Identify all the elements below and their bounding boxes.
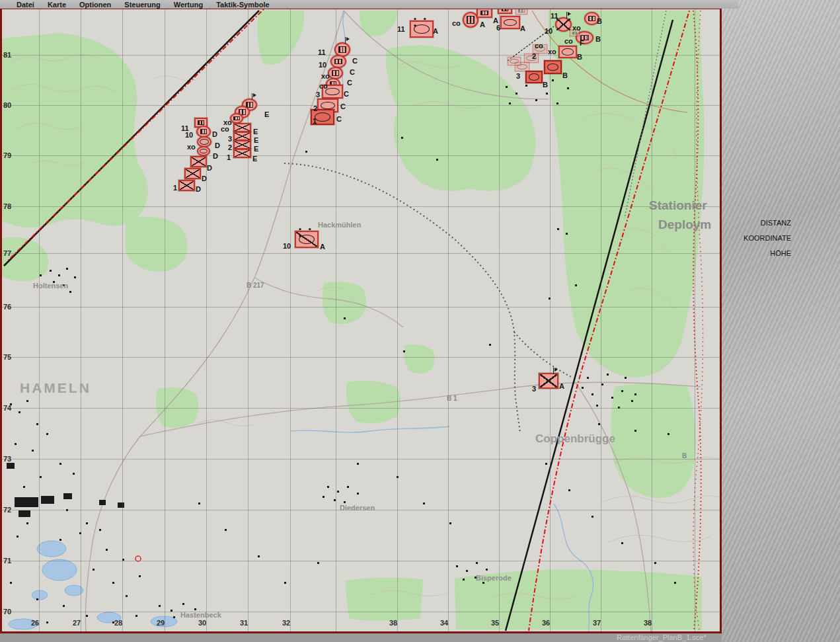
grid-line-vertical bbox=[601, 9, 601, 631]
unit-label: xo bbox=[321, 72, 330, 80]
grid-line-horizontal bbox=[2, 155, 720, 156]
map-text-label: Bisperode bbox=[476, 574, 512, 582]
unit-label: D bbox=[215, 141, 220, 149]
unit-label: E bbox=[253, 128, 258, 136]
unit-x-glyph bbox=[180, 181, 194, 190]
grid-line-horizontal bbox=[2, 253, 720, 254]
unit-symbol[interactable] bbox=[539, 373, 558, 389]
grid-col-label: 37 bbox=[593, 619, 601, 627]
menu-taktiksymbole[interactable]: Taktik-Symbole bbox=[216, 1, 270, 9]
grid-col-label: 36 bbox=[542, 619, 550, 627]
unit-label: C bbox=[336, 115, 342, 123]
unit-label: B bbox=[597, 17, 602, 25]
unit-symbol[interactable] bbox=[544, 60, 562, 74]
grid-row-label: 71 bbox=[3, 557, 11, 565]
unit-oval-glyph bbox=[315, 112, 330, 122]
unit-label: D bbox=[196, 185, 201, 193]
unit-grid-glyph bbox=[338, 46, 346, 53]
distanz-label: DISTANZ bbox=[761, 219, 791, 227]
grid-line-vertical bbox=[652, 9, 652, 631]
grid-col-label: 35 bbox=[491, 619, 499, 627]
grid-col-label: 28 bbox=[114, 619, 122, 627]
grid-row-label: 79 bbox=[3, 151, 11, 159]
unit-grid-glyph bbox=[518, 9, 525, 13]
grid-row-label: 80 bbox=[3, 101, 11, 109]
grid-col-label: 38 bbox=[389, 619, 397, 627]
menu-optionen[interactable]: Optionen bbox=[79, 1, 111, 9]
grid-line-horizontal bbox=[2, 206, 720, 207]
unit-label: xo bbox=[187, 143, 196, 151]
control-sidebar: Test Partei BLAU Partei ROT Kartentyp Ge… bbox=[722, 0, 840, 642]
unit-x-glyph bbox=[540, 374, 557, 387]
unit-label: 1 bbox=[227, 153, 231, 161]
grid-line-horizontal bbox=[2, 105, 720, 106]
unit-label: C bbox=[347, 79, 352, 87]
unit-label: 10 bbox=[545, 27, 553, 35]
unit-symbol[interactable] bbox=[233, 149, 251, 158]
unit-label: A bbox=[480, 20, 485, 28]
status-bar: Rattenfänger_PlanB_1.sce* bbox=[0, 633, 722, 642]
grid-line-vertical bbox=[81, 9, 81, 631]
unit-flag-icon bbox=[252, 93, 258, 100]
unit-symbol[interactable]: • • • bbox=[410, 20, 434, 38]
grid-row-label: 77 bbox=[3, 249, 11, 257]
unit-flag-icon bbox=[553, 368, 559, 374]
unit-label: F bbox=[580, 39, 584, 47]
unit-oval-glyph bbox=[200, 139, 209, 145]
unit-label: 2 bbox=[532, 52, 536, 60]
unit-symbol[interactable] bbox=[558, 46, 577, 58]
grid-row-label: 76 bbox=[3, 303, 11, 311]
unit-symbol[interactable] bbox=[230, 113, 243, 124]
unit-symbol[interactable] bbox=[233, 132, 251, 141]
terrain-graphics bbox=[0, 7, 722, 633]
unit-symbol[interactable] bbox=[500, 16, 520, 29]
menu-wertung[interactable]: Wertung bbox=[174, 1, 203, 9]
unit-grid-glyph bbox=[588, 16, 595, 22]
grid-line-horizontal bbox=[2, 459, 720, 460]
unit-label: co bbox=[221, 125, 229, 133]
unit-symbol[interactable] bbox=[328, 67, 343, 79]
unit-grid-glyph bbox=[467, 16, 475, 23]
map-text-label: HAMELN bbox=[20, 380, 91, 396]
menu-datei[interactable]: Datei bbox=[17, 1, 34, 9]
unit-label: 3 bbox=[228, 135, 232, 143]
grid-line-vertical bbox=[550, 9, 551, 631]
unit-label: C bbox=[340, 102, 346, 110]
unit-flag-icon bbox=[566, 12, 572, 19]
unit-x-glyph bbox=[235, 141, 250, 148]
grid-line-vertical bbox=[165, 9, 165, 631]
unit-symbol[interactable] bbox=[233, 140, 251, 149]
unit-oval-glyph bbox=[562, 48, 574, 55]
unit-company-dots: • • • bbox=[413, 16, 432, 29]
unit-symbol[interactable] bbox=[233, 123, 251, 132]
unit-grid-glyph bbox=[200, 129, 208, 134]
unit-label: A bbox=[320, 243, 325, 251]
unit-grid-glyph bbox=[572, 32, 578, 35]
unit-label: E bbox=[254, 136, 258, 144]
grid-col-label: 26 bbox=[31, 619, 39, 627]
grid-col-label: 29 bbox=[157, 619, 165, 627]
unit-symbol[interactable] bbox=[190, 156, 207, 167]
menu-steuerung[interactable]: Steuerung bbox=[124, 1, 160, 9]
unit-symbol[interactable] bbox=[477, 8, 492, 18]
map-text-label: Coppenbrügge bbox=[535, 432, 615, 446]
grid-line-horizontal bbox=[2, 307, 720, 307]
menu-bar: DateiKarteOptionenSteuerungWertungTaktik… bbox=[0, 0, 738, 9]
menu-karte[interactable]: Karte bbox=[48, 1, 66, 9]
grid-row-label: 75 bbox=[3, 353, 11, 361]
unit-symbol[interactable] bbox=[524, 54, 539, 63]
unit-symbol[interactable] bbox=[330, 55, 346, 68]
unit-symbol[interactable] bbox=[178, 180, 195, 191]
unit-symbol[interactable] bbox=[197, 146, 210, 156]
grid-line-vertical bbox=[122, 9, 123, 631]
unit-symbol[interactable] bbox=[184, 168, 201, 179]
grid-row-label: 70 bbox=[3, 608, 11, 616]
unit-symbol[interactable] bbox=[508, 57, 521, 65]
unit-label: co bbox=[535, 42, 543, 50]
unit-symbol[interactable]: • • • bbox=[295, 231, 319, 248]
map-text-label: B bbox=[682, 452, 687, 460]
unit-label: 10 bbox=[319, 61, 326, 69]
unit-symbol[interactable] bbox=[525, 71, 543, 83]
map-canvas[interactable]: 8180797877767574737271702627282930313238… bbox=[0, 7, 722, 633]
unit-label: 11 bbox=[551, 12, 558, 20]
